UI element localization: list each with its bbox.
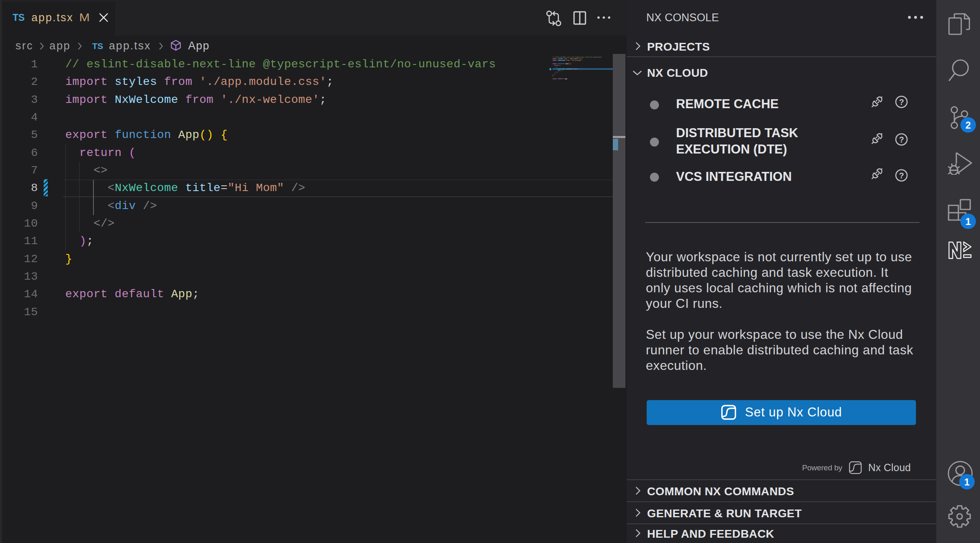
svg-text:?: ? [899, 98, 904, 107]
svg-text:?: ? [899, 171, 904, 180]
svg-text:?: ? [899, 135, 904, 144]
